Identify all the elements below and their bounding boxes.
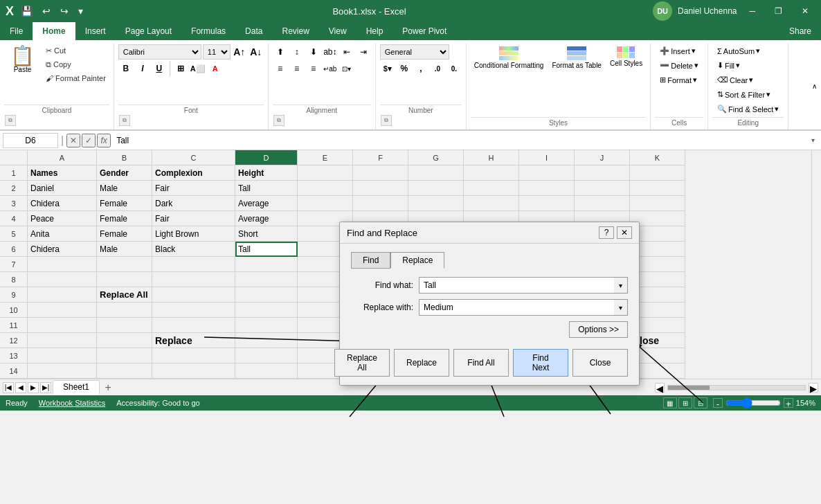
sheet-tab-sheet1[interactable]: Sheet1 (53, 380, 100, 395)
cell-d4[interactable]: Average (235, 211, 298, 226)
add-sheet-button[interactable]: + (101, 381, 115, 395)
align-middle-button[interactable]: ↕ (289, 44, 305, 60)
alignment-collapse[interactable]: ⧉ (273, 115, 285, 126)
scroll-right-button[interactable]: ▶ (809, 383, 818, 393)
cell-d2[interactable]: Tall (235, 181, 298, 196)
format-as-table-button[interactable]: Format as Table (548, 44, 605, 72)
merge-center-button[interactable]: ⊡▾ (339, 61, 354, 76)
zoom-slider[interactable] (725, 400, 781, 406)
conditional-formatting-button[interactable]: Conditional Formatting (471, 44, 548, 72)
format-cells-button[interactable]: ⊞ Format ▾ (655, 73, 702, 87)
align-left-button[interactable]: ≡ (273, 61, 288, 76)
cell-a12[interactable] (28, 333, 97, 348)
cell-a7[interactable] (28, 257, 97, 272)
formula-bar-expand[interactable]: ▾ (807, 135, 818, 146)
horizontal-scrollbar[interactable] (667, 385, 806, 390)
user-avatar[interactable]: DU (653, 1, 672, 21)
cell-e3[interactable] (298, 196, 353, 211)
cut-button[interactable]: ✂ Cut (42, 44, 109, 57)
tab-file[interactable]: File (0, 22, 33, 40)
replace-dialog-button[interactable]: Replace (394, 349, 449, 377)
zoom-in-button[interactable]: + (784, 398, 793, 408)
col-header-e[interactable]: E (298, 150, 353, 165)
cell-b14[interactable] (97, 363, 152, 379)
copy-button[interactable]: ⧉ Copy (42, 58, 109, 71)
select-all-button[interactable] (0, 150, 28, 165)
cell-c13[interactable] (152, 348, 235, 363)
cell-c10[interactable] (152, 303, 235, 318)
border-button[interactable]: ⊞ (173, 61, 188, 76)
bold-button[interactable]: B (118, 61, 134, 76)
sheet-nav-next[interactable]: ▶ (28, 382, 39, 393)
dialog-tab-find[interactable]: Find (351, 252, 390, 269)
cell-d9[interactable] (235, 287, 298, 303)
cell-d1[interactable]: Height (235, 165, 298, 181)
find-what-input[interactable] (419, 277, 614, 294)
replace-with-input[interactable] (419, 299, 614, 316)
tab-review[interactable]: Review (272, 22, 318, 40)
cell-b8[interactable] (97, 272, 152, 287)
cell-a13[interactable] (28, 348, 97, 363)
dialog-close-button[interactable]: ✕ (617, 226, 632, 239)
minimize-button[interactable]: ─ (742, 3, 762, 19)
cell-g3[interactable] (408, 196, 464, 211)
row-num-1[interactable]: 1 (0, 165, 28, 181)
cell-b12[interactable] (97, 333, 152, 348)
replace-all-dialog-button[interactable]: Replace All (334, 349, 390, 377)
cell-a3[interactable]: Chidera (28, 196, 97, 211)
cell-d5[interactable]: Short (235, 226, 298, 242)
fill-button[interactable]: ⬇ Fill ▾ (712, 59, 745, 72)
find-next-dialog-button[interactable]: Find Next (513, 349, 568, 377)
delete-cells-button[interactable]: ➖ Delete ▾ (655, 59, 703, 72)
cell-g1[interactable] (408, 165, 464, 181)
cell-h3[interactable] (464, 196, 519, 211)
number-format-select[interactable]: General (380, 44, 449, 60)
font-color-button[interactable]: A (208, 61, 223, 76)
cell-c5[interactable]: Light Brown (152, 226, 235, 242)
cell-d7[interactable] (235, 257, 298, 272)
tab-power-pivot[interactable]: Power Pivot (393, 22, 456, 40)
italic-button[interactable]: I (135, 61, 150, 76)
cell-b13[interactable] (97, 348, 152, 363)
cell-f3[interactable] (353, 196, 408, 211)
cell-h1[interactable] (464, 165, 519, 181)
format-painter-button[interactable]: 🖌 Format Painter (42, 72, 109, 84)
close-button[interactable]: ✕ (795, 3, 815, 19)
cell-d8[interactable] (235, 272, 298, 287)
tab-help[interactable]: Help (357, 22, 393, 40)
page-layout-view-button[interactable]: ⊞ (678, 397, 692, 408)
insert-cells-button[interactable]: ➕ Insert ▾ (655, 44, 701, 57)
cell-d6[interactable]: Tall (235, 242, 298, 257)
cell-c4[interactable]: Fair (152, 211, 235, 226)
cell-d12[interactable] (235, 333, 298, 348)
save-qat-button[interactable]: 💾 (18, 4, 35, 18)
cell-c6[interactable]: Black (152, 242, 235, 257)
col-header-k[interactable]: K (630, 150, 685, 165)
increase-font-button[interactable]: A↑ (232, 44, 247, 60)
redo-qat-button[interactable]: ↪ (57, 4, 71, 18)
cell-c11[interactable] (152, 318, 235, 333)
cell-e2[interactable] (298, 181, 353, 196)
find-what-dropdown[interactable]: ▾ (614, 277, 628, 294)
col-header-b[interactable]: B (97, 150, 152, 165)
sheet-nav-prev[interactable]: ◀ (15, 382, 26, 393)
cell-c14[interactable] (152, 363, 235, 379)
comma-button[interactable]: , (413, 61, 428, 76)
replace-with-dropdown[interactable]: ▾ (614, 299, 628, 316)
cell-b11[interactable] (97, 318, 152, 333)
cell-i2[interactable] (519, 181, 575, 196)
cell-k2[interactable] (630, 181, 685, 196)
font-size-select[interactable]: 11 (203, 44, 231, 60)
increase-decimal-button[interactable]: .0 (430, 61, 445, 76)
cell-a1[interactable]: Names (28, 165, 97, 181)
cell-i1[interactable] (519, 165, 575, 181)
zoom-out-button[interactable]: - (713, 398, 723, 408)
font-collapse[interactable]: ⧉ (119, 115, 130, 126)
cell-j2[interactable] (575, 181, 630, 196)
cell-c12[interactable]: Replace (152, 333, 235, 348)
decrease-decimal-button[interactable]: 0. (446, 61, 462, 76)
align-right-button[interactable]: ≡ (306, 61, 321, 76)
sort-filter-button[interactable]: ⇅ Sort & Filter ▾ (712, 88, 775, 101)
decrease-font-button[interactable]: A↓ (249, 44, 264, 60)
col-header-d[interactable]: D (235, 150, 298, 165)
